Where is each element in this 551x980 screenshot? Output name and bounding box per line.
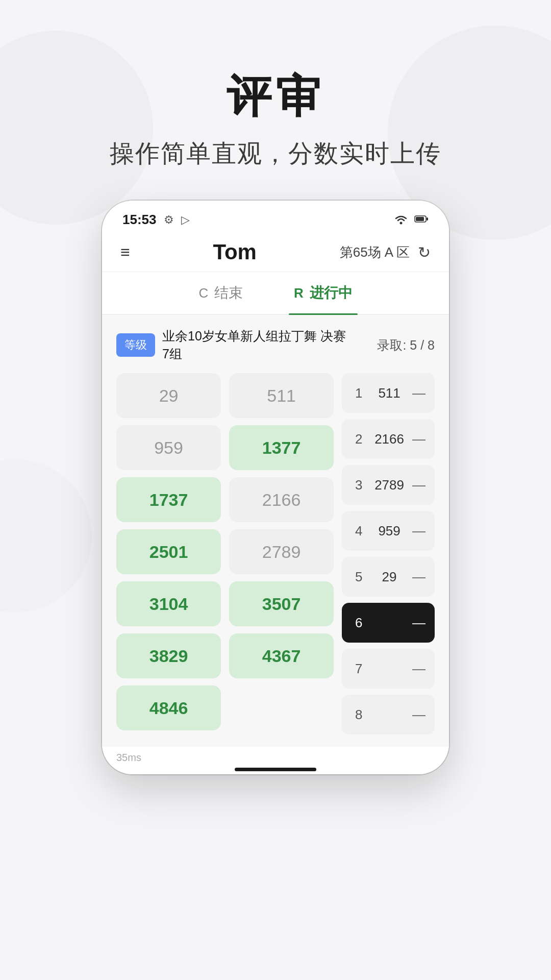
rank-row-7[interactable]: 7 —: [342, 649, 435, 689]
rank-num-6: 6: [351, 615, 366, 631]
header-info: 第65场 A 区: [340, 243, 410, 261]
settings-icon: ⚙: [164, 213, 174, 227]
header-right: 第65场 A 区 ↻: [340, 243, 431, 261]
refresh-icon[interactable]: ↻: [418, 243, 431, 261]
rank-row-2[interactable]: 2 2166 —: [342, 419, 435, 459]
rank-bib-5: 29: [374, 569, 404, 585]
right-num-3[interactable]: 2166: [229, 477, 334, 522]
rank-bib-4: 959: [374, 523, 404, 539]
tab-ongoing-prefix: R: [294, 285, 304, 301]
tab-ongoing-label: 进行中: [310, 285, 353, 301]
rank-bib-2: 2166: [374, 431, 404, 447]
status-left: 15:53 ⚙ ▷: [122, 212, 190, 228]
rank-num-2: 2: [351, 431, 366, 447]
rank-row-4[interactable]: 4 959 —: [342, 511, 435, 551]
category-row: 等级 业余10岁女单新人组拉丁舞 决赛7组 录取: 5 / 8: [116, 327, 435, 363]
tab-ongoing[interactable]: R 进行中: [289, 272, 358, 314]
rank-bib-3: 2789: [374, 477, 404, 493]
left-num-7[interactable]: 4846: [116, 685, 221, 730]
rank-dash-1: —: [412, 385, 425, 401]
menu-icon[interactable]: ≡: [120, 243, 130, 262]
bottom-time: 35ms: [102, 752, 141, 764]
rank-row-8[interactable]: 8 —: [342, 695, 435, 734]
rank-num-1: 1: [351, 385, 366, 401]
status-bar: 15:53 ⚙ ▷: [102, 201, 449, 233]
rank-dash-7: —: [412, 661, 425, 677]
right-num-1[interactable]: 511: [229, 373, 334, 418]
svg-point-0: [400, 222, 403, 224]
rank-dash-2: —: [412, 431, 425, 447]
right-num-5[interactable]: 3507: [229, 581, 334, 626]
play-icon: ▷: [181, 213, 190, 227]
rank-dash-5: —: [412, 569, 425, 585]
home-indicator: [235, 768, 316, 771]
tab-ended-prefix: C: [198, 285, 208, 301]
rank-num-5: 5: [351, 569, 366, 585]
app-header: ≡ Tom 第65场 A 区 ↻: [102, 233, 449, 272]
status-time: 15:53: [122, 212, 157, 228]
rank-row-1[interactable]: 1 511 —: [342, 373, 435, 413]
rank-num-3: 3: [351, 477, 366, 493]
rank-row-6[interactable]: 6 —: [342, 603, 435, 643]
phone-mockup: 15:53 ⚙ ▷: [102, 201, 449, 774]
tab-ended-label: 结束: [214, 285, 243, 301]
status-icons: [394, 213, 429, 227]
rankings-column: 1 511 — 2 2166 — 3 2789 —: [342, 373, 435, 734]
rank-dash-6: —: [412, 615, 425, 631]
right-num-6[interactable]: 4367: [229, 633, 334, 678]
left-num-4[interactable]: 2501: [116, 529, 221, 574]
left-num-2[interactable]: 959: [116, 425, 221, 470]
admission-info: 录取: 5 / 8: [377, 337, 435, 354]
svg-rect-3: [427, 217, 428, 220]
page-subtitle: 操作简单直观，分数实时上传: [0, 137, 551, 170]
phone-container: 15:53 ⚙ ▷: [0, 201, 551, 774]
svg-rect-2: [416, 217, 424, 221]
rank-num-7: 7: [351, 661, 366, 677]
right-num-4[interactable]: 2789: [229, 529, 334, 574]
rank-num-8: 8: [351, 707, 366, 723]
rank-dash-3: —: [412, 477, 425, 493]
content-area: 等级 业余10岁女单新人组拉丁舞 决赛7组 录取: 5 / 8 29 959 1…: [102, 315, 449, 747]
second-column: 511 1377 2166 2789 3507 4367: [229, 373, 334, 734]
bottom-bar: 35ms: [102, 747, 449, 774]
left-num-1[interactable]: 29: [116, 373, 221, 418]
category-name: 业余10岁女单新人组拉丁舞 决赛7组: [162, 327, 370, 363]
left-num-5[interactable]: 3104: [116, 581, 221, 626]
wifi-icon: [394, 213, 408, 227]
page-title: 评审: [0, 66, 551, 127]
right-num-2[interactable]: 1377: [229, 425, 334, 470]
left-column: 29 959 1737 2501 3104 3829 4846: [116, 373, 221, 734]
rank-dash-4: —: [412, 523, 425, 539]
rank-row-5[interactable]: 5 29 —: [342, 557, 435, 597]
left-num-3[interactable]: 1737: [116, 477, 221, 522]
rank-row-3[interactable]: 3 2789 —: [342, 465, 435, 505]
rank-dash-8: —: [412, 707, 425, 723]
page-header: 评审 操作简单直观，分数实时上传: [0, 0, 551, 170]
battery-icon: [414, 215, 429, 225]
grade-badge: 等级: [116, 333, 155, 357]
app-title: Tom: [213, 240, 257, 264]
tab-ended[interactable]: C 结束: [193, 272, 248, 314]
tabs: C 结束 R 进行中: [102, 272, 449, 315]
rank-num-4: 4: [351, 523, 366, 539]
rank-bib-1: 511: [374, 385, 404, 401]
numbers-grid: 29 959 1737 2501 3104 3829 4846 511 1377…: [116, 373, 435, 734]
left-num-6[interactable]: 3829: [116, 633, 221, 678]
